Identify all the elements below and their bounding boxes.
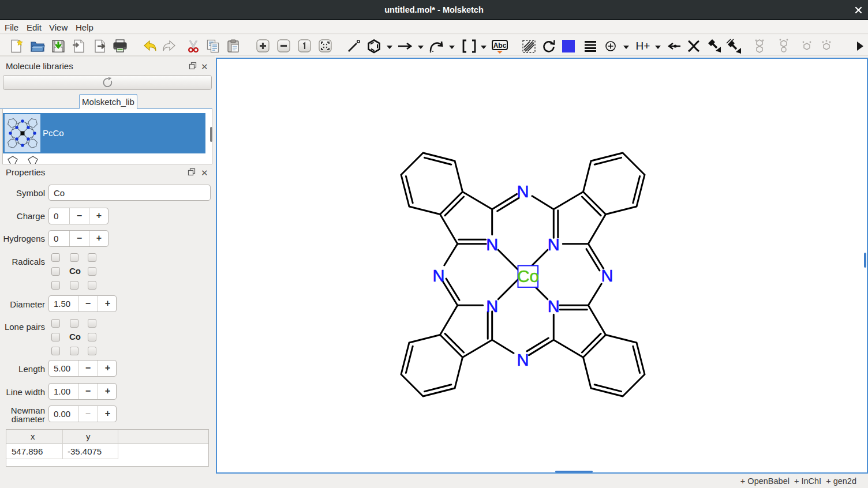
svg-text:N: N: [486, 297, 498, 316]
svg-text:H+: H+: [636, 40, 650, 52]
svg-text:N: N: [601, 266, 613, 285]
svg-text:N: N: [548, 235, 560, 254]
svg-text:N: N: [517, 182, 529, 201]
svg-text:N: N: [517, 351, 529, 369]
svg-text:Abc: Abc: [493, 42, 507, 50]
svg-text:N: N: [486, 235, 498, 254]
svg-text:N: N: [433, 266, 445, 285]
svg-text:N: N: [548, 297, 560, 316]
svg-text:Co: Co: [517, 266, 539, 286]
